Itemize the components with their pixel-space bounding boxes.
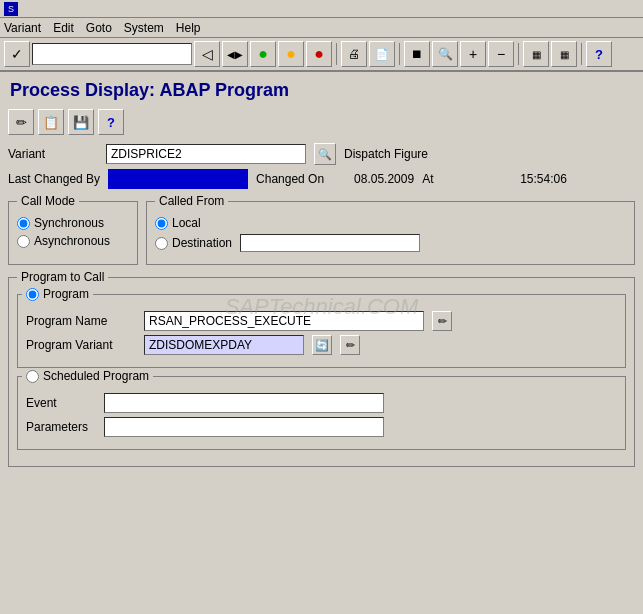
dispatch-label: Dispatch Figure — [344, 147, 434, 161]
toolbar-minus-btn[interactable]: − — [488, 41, 514, 67]
variant-row: Variant 🔍 Dispatch Figure — [8, 143, 635, 165]
menu-help[interactable]: Help — [176, 21, 201, 35]
destination-row: Destination — [155, 234, 626, 252]
program-name-label: Program Name — [26, 314, 136, 328]
synchronous-radio[interactable] — [17, 217, 30, 230]
secondary-toolbar: ✏ 📋 💾 ? — [0, 105, 643, 139]
form-area: Variant 🔍 Dispatch Figure Last Changed B… — [0, 139, 643, 197]
toolbar-page-btn[interactable]: 📄 — [369, 41, 395, 67]
event-label: Event — [26, 396, 96, 410]
changed-on-label: Changed On — [256, 172, 346, 186]
call-mode-title: Call Mode — [17, 194, 79, 208]
asynchronous-label: Asynchronous — [34, 234, 110, 248]
synchronous-row: Synchronous — [17, 216, 129, 230]
event-row: Event — [26, 393, 617, 413]
program-variant-row: Program Variant 🔄 ✏ — [26, 335, 617, 355]
event-input[interactable] — [104, 393, 384, 413]
toolbar-print-btn[interactable]: 🖨 — [341, 41, 367, 67]
toolbar-checkmark-btn[interactable]: ✓ — [4, 41, 30, 67]
toolbar-grid1-btn[interactable]: ▦ — [523, 41, 549, 67]
scheduled-type-label: Scheduled Program — [43, 369, 149, 383]
called-from-title: Called From — [155, 194, 228, 208]
program-name-row: Program Name ✏ — [26, 311, 617, 331]
toolbar-stop-btn[interactable]: ⏹ — [404, 41, 430, 67]
menu-system[interactable]: System — [124, 21, 164, 35]
toolbar-nav-both-btn[interactable]: ◀▶ — [222, 41, 248, 67]
asynchronous-row: Asynchronous — [17, 234, 129, 248]
program-type-radio[interactable] — [26, 288, 39, 301]
toolbar-red-circle-btn[interactable]: ● — [306, 41, 332, 67]
last-changed-row: Last Changed By Changed On 08.05.2009 At… — [8, 169, 635, 189]
menu-variant[interactable]: Variant — [4, 21, 41, 35]
program-inner-title: Program — [22, 287, 93, 301]
at-value: 15:54:06 — [520, 172, 567, 186]
title-bar: S — [0, 0, 643, 18]
toolbar-sep1 — [336, 43, 337, 65]
changed-on-value: 08.05.2009 — [354, 172, 414, 186]
call-mode-group: Call Mode Synchronous Asynchronous — [8, 201, 138, 265]
program-variant-refresh-btn[interactable]: 🔄 — [312, 335, 332, 355]
program-type-label: Program — [43, 287, 89, 301]
toolbar-yellow-circle-btn[interactable]: ● — [278, 41, 304, 67]
at-label: At — [422, 172, 512, 186]
variant-search-btn[interactable]: 🔍 — [314, 143, 336, 165]
local-label: Local — [172, 216, 201, 230]
page-title: Process Display: ABAP Program — [10, 80, 633, 101]
toolbar-sep3 — [518, 43, 519, 65]
parameters-row: Parameters — [26, 417, 617, 437]
toolbar-plus-btn[interactable]: + — [460, 41, 486, 67]
synchronous-label: Synchronous — [34, 216, 104, 230]
scheduled-inner-title: Scheduled Program — [22, 369, 153, 383]
parameters-input[interactable] — [104, 417, 384, 437]
program-inner-group: Program Program Name ✏ Program Variant 🔄… — [17, 294, 626, 368]
program-name-input[interactable] — [144, 311, 424, 331]
toolbar-find-btn[interactable]: 🔍 — [432, 41, 458, 67]
last-changed-label: Last Changed By — [8, 172, 100, 186]
sec-copy-btn[interactable]: 📋 — [38, 109, 64, 135]
destination-radio[interactable] — [155, 237, 168, 250]
menu-goto[interactable]: Goto — [86, 21, 112, 35]
toolbar-grid2-btn[interactable]: ▦ — [551, 41, 577, 67]
program-to-call-section: Program to Call Program Program Name ✏ P… — [8, 277, 635, 467]
local-radio[interactable] — [155, 217, 168, 230]
scheduled-inner-group: Scheduled Program Event Parameters — [17, 376, 626, 450]
toolbar-help-btn[interactable]: ? — [586, 41, 612, 67]
last-changed-value — [108, 169, 248, 189]
menu-bar: Variant Edit Goto System Help — [0, 18, 643, 38]
sec-help-btn[interactable]: ? — [98, 109, 124, 135]
destination-label: Destination — [172, 236, 232, 250]
program-to-call-title: Program to Call — [17, 270, 108, 284]
program-variant-edit-btn[interactable]: ✏ — [340, 335, 360, 355]
variant-input[interactable] — [106, 144, 306, 164]
variant-label: Variant — [8, 147, 98, 161]
scheduled-type-radio[interactable] — [26, 370, 39, 383]
page-heading: Process Display: ABAP Program — [0, 72, 643, 105]
toolbar-sep4 — [581, 43, 582, 65]
local-row: Local — [155, 216, 626, 230]
toolbar-nav-left-btn[interactable]: ◁ — [194, 41, 220, 67]
toolbar-search-input[interactable] — [32, 43, 192, 65]
toolbar-green-circle-btn[interactable]: ● — [250, 41, 276, 67]
destination-input[interactable] — [240, 234, 420, 252]
toolbar-sep2 — [399, 43, 400, 65]
program-variant-input[interactable] — [144, 335, 304, 355]
program-variant-label: Program Variant — [26, 338, 136, 352]
main-toolbar: ✓ ◁ ◀▶ ● ● ● 🖨 📄 ⏹ 🔍 + − ▦ ▦ ? — [0, 38, 643, 72]
sec-save-btn[interactable]: 💾 — [68, 109, 94, 135]
asynchronous-radio[interactable] — [17, 235, 30, 248]
sec-edit-btn[interactable]: ✏ — [8, 109, 34, 135]
app-icon: S — [4, 2, 18, 16]
menu-edit[interactable]: Edit — [53, 21, 74, 35]
called-from-group: Called From Local Destination — [146, 201, 635, 265]
call-section: Call Mode Synchronous Asynchronous Calle… — [0, 197, 643, 269]
parameters-label: Parameters — [26, 420, 96, 434]
program-name-edit-btn[interactable]: ✏ — [432, 311, 452, 331]
